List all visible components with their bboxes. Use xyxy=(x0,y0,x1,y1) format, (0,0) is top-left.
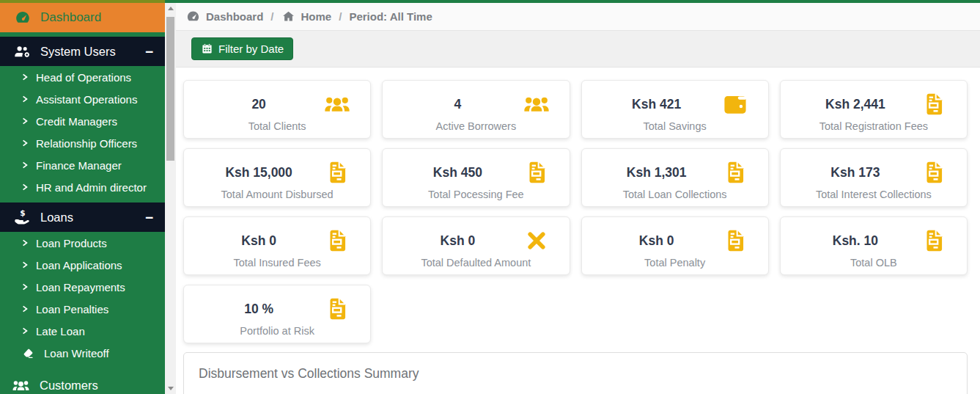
sidebar-item-credit-managers[interactable]: Credit Managers xyxy=(0,110,165,132)
filter-button-label: Filter by Date xyxy=(218,43,284,55)
sidebar-item-loan-repayments[interactable]: Loan Repayments xyxy=(0,276,165,298)
breadcrumb: Dashboard / Home / Period: All Time xyxy=(176,3,980,31)
users-icon xyxy=(12,376,30,394)
stat-label: Total Penalty xyxy=(582,257,768,269)
sidebar: Dashboard System Users − Head of Operati… xyxy=(0,3,165,394)
users-icon xyxy=(322,90,353,118)
sidebar-item-label: Credit Managers xyxy=(36,115,117,128)
stat-card-total-registration-fees: Ksh 2,441 Total Registration Fees xyxy=(780,80,968,139)
file-invoice-icon xyxy=(322,295,353,323)
sidebar-section-customers[interactable]: Customers xyxy=(0,371,165,394)
dashboard-gauge-icon xyxy=(186,10,200,23)
filter-toolbar: Filter by Date xyxy=(176,31,980,68)
file-invoice-icon xyxy=(918,90,949,118)
stat-label: Total Defaulted Amount xyxy=(383,257,569,269)
chevron-right-icon xyxy=(22,161,29,169)
stat-value: 20 xyxy=(202,97,322,112)
stat-value: Ksh 421 xyxy=(600,97,720,112)
sidebar-item-relationship-officers[interactable]: Relationship Officers xyxy=(0,132,165,154)
summary-panel-title: Disbursement vs Collections Summary xyxy=(199,366,952,382)
file-invoice-icon xyxy=(720,158,751,186)
breadcrumb-separator: / xyxy=(339,10,342,23)
sidebar-item-late-loan[interactable]: Late Loan xyxy=(0,320,165,342)
stat-value: Ksh 450 xyxy=(400,165,520,180)
stat-value: Ksh 0 xyxy=(600,233,720,249)
chevron-right-icon xyxy=(22,139,29,147)
breadcrumb-period: Period: All Time xyxy=(349,10,432,23)
sidebar-item-finance-manager[interactable]: Finance Manager xyxy=(0,154,165,176)
scrollbar-thumb[interactable] xyxy=(166,17,174,161)
sidebar-section-system-users[interactable]: System Users − xyxy=(0,37,165,66)
stat-cards-grid: 20 Total Clients 4 Active Borrowers Ksh … xyxy=(183,80,968,343)
breadcrumb-dashboard[interactable]: Dashboard xyxy=(186,10,263,23)
users-icon xyxy=(521,90,552,118)
stat-label: Total Insured Fees xyxy=(184,257,370,269)
sidebar-item-loan-applications[interactable]: Loan Applications xyxy=(0,254,165,276)
section-label: Customers xyxy=(40,379,98,393)
stat-value: Ksh. 10 xyxy=(798,233,918,249)
sidebar-item-label: Late Loan xyxy=(36,325,85,338)
chevron-right-icon xyxy=(22,183,29,191)
stat-label: Total Savings xyxy=(582,120,768,132)
sidebar-item-head-of-operations[interactable]: Head of Operations xyxy=(0,66,165,88)
file-invoice-icon xyxy=(918,158,949,186)
x-icon xyxy=(521,227,552,255)
sidebar-section-loans[interactable]: Loans − xyxy=(0,203,165,232)
main-content: Dashboard / Home / Period: All Time Filt… xyxy=(176,3,980,394)
summary-panel: Disbursement vs Collections Summary xyxy=(183,352,968,394)
chevron-right-icon xyxy=(22,117,29,125)
filter-by-date-button[interactable]: Filter by Date xyxy=(191,37,293,60)
chevron-right-icon xyxy=(22,261,29,269)
stat-card-total-interest-collections: Ksh 173 Total Interest Collections xyxy=(780,148,968,207)
stat-card-total-processing-fee: Ksh 450 Total Pocessing Fee xyxy=(382,148,570,207)
stat-value: 10 % xyxy=(202,302,322,317)
stat-card-portfolio-at-risk: 10 % Portfolio at Risk xyxy=(183,285,371,343)
stat-value: Ksh 15,000 xyxy=(202,165,322,180)
sidebar-item-label: Loan Penalties xyxy=(36,303,108,315)
stat-card-total-clients: 20 Total Clients xyxy=(183,80,371,139)
sidebar-item-label: Loan Products xyxy=(36,237,107,249)
sidebar-item-label: Loan Repayments xyxy=(36,281,125,293)
sidebar-item-loan-writeoff[interactable]: Loan Writeoff xyxy=(0,342,165,364)
chevron-right-icon xyxy=(22,327,29,335)
sidebar-item-label: Loan Writeoff xyxy=(44,347,109,360)
file-invoice-icon xyxy=(521,158,552,186)
sidebar-item-hr-admin-director[interactable]: HR and Admin director xyxy=(0,176,165,198)
stat-card-total-savings: Ksh 421 Total Savings xyxy=(581,80,769,139)
breadcrumb-period-label: Period: All Time xyxy=(349,10,432,23)
stat-label: Total Clients xyxy=(184,120,370,132)
sidebar-scrollbar[interactable] xyxy=(165,3,176,394)
sidebar-dashboard-label: Dashboard xyxy=(40,10,101,25)
section-label: Loans xyxy=(40,211,73,225)
sidebar-item-label: Relationship Officers xyxy=(36,137,137,150)
home-icon xyxy=(281,10,295,23)
sidebar-item-label: Head of Operations xyxy=(36,71,131,84)
stat-value: Ksh 2,441 xyxy=(798,97,918,112)
chevron-right-icon xyxy=(22,95,29,103)
calendar-icon xyxy=(201,43,213,55)
stat-label: Active Borrowers xyxy=(383,120,569,132)
sidebar-item-label: Loan Applications xyxy=(36,259,122,271)
sidebar-item-assistant-operations[interactable]: Assistant Operations xyxy=(0,88,165,110)
stat-card-total-loan-collections: Ksh 1,301 Total Loan Collections xyxy=(581,148,769,207)
file-invoice-icon xyxy=(918,227,949,255)
chevron-right-icon xyxy=(22,73,29,81)
dashboard-gauge-icon xyxy=(15,10,31,26)
chevron-right-icon xyxy=(22,305,29,313)
sidebar-item-dashboard[interactable]: Dashboard xyxy=(0,3,165,32)
stat-card-total-amount-disbursed: Ksh 15,000 Total Amount Disbursed xyxy=(183,148,371,207)
stat-card-total-penalty: Ksh 0 Total Penalty xyxy=(581,216,769,275)
chevron-right-icon xyxy=(22,283,29,291)
sidebar-item-loan-penalties[interactable]: Loan Penalties xyxy=(0,298,165,320)
breadcrumb-home[interactable]: Home xyxy=(281,10,332,23)
scroll-up-arrow[interactable] xyxy=(165,3,176,14)
sidebar-item-label: HR and Admin director xyxy=(36,181,147,194)
stat-value: Ksh 0 xyxy=(202,233,322,249)
breadcrumb-separator: / xyxy=(270,10,273,23)
stat-label: Portfolio at Risk xyxy=(184,325,370,337)
wallet-icon xyxy=(720,90,751,118)
users-gear-icon xyxy=(13,43,31,60)
sidebar-item-loan-products[interactable]: Loan Products xyxy=(0,232,165,254)
scroll-down-arrow[interactable] xyxy=(165,383,176,394)
stat-value: Ksh 0 xyxy=(400,233,520,249)
